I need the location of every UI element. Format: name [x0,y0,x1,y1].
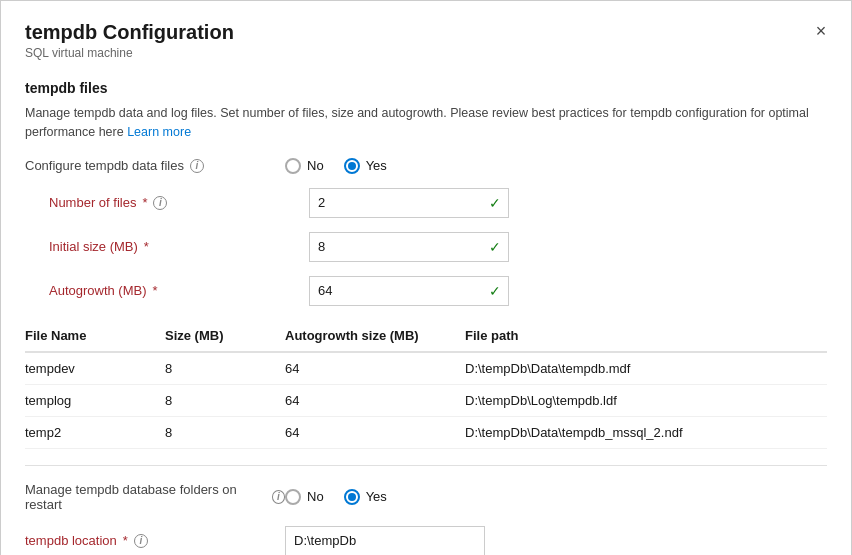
manage-yes-radio[interactable] [344,489,360,505]
dialog-subtitle: SQL virtual machine [25,46,827,60]
section-divider [25,465,827,466]
files-table: File Name Size (MB) Autogrowth size (MB)… [25,322,827,449]
cell-filename: temp2 [25,416,165,448]
configure-yes-option[interactable]: Yes [344,158,387,174]
table-header-row: File Name Size (MB) Autogrowth size (MB)… [25,322,827,352]
initial-size-row: Initial size (MB) * ✓ [49,232,827,262]
files-table-section: File Name Size (MB) Autogrowth size (MB)… [25,322,827,449]
number-of-files-row: Number of files * i ✓ [49,188,827,218]
learn-more-link[interactable]: Learn more [127,125,191,139]
initial-size-check-icon: ✓ [489,239,501,255]
configure-data-files-row: Configure tempdb data files i No Yes [25,158,827,174]
indented-fields: Number of files * i ✓ Initial size (MB) … [25,188,827,306]
number-of-files-input[interactable] [309,188,509,218]
number-of-files-label: Number of files * i [49,195,309,210]
initial-size-label: Initial size (MB) * [49,239,309,254]
cell-size: 8 [165,416,285,448]
section-description: Manage tempdb data and log files. Set nu… [25,104,827,142]
dialog-title: tempdb Configuration [25,21,827,44]
cell-size: 8 [165,352,285,385]
configure-data-files-label: Configure tempdb data files i [25,158,285,173]
configure-data-files-info-icon[interactable]: i [190,159,204,173]
manage-folders-info-icon[interactable]: i [272,490,285,504]
cell-autogrowth: 64 [285,384,465,416]
tempdb-location-info-icon[interactable]: i [134,534,148,548]
number-of-files-input-wrapper: ✓ [309,188,509,218]
col-header-filename: File Name [25,322,165,352]
number-of-files-info-icon[interactable]: i [153,196,167,210]
col-header-autogrowth: Autogrowth size (MB) [285,322,465,352]
manage-no-radio[interactable] [285,489,301,505]
cell-autogrowth: 64 [285,416,465,448]
cell-filepath: D:\tempDb\Log\tempdb.ldf [465,384,827,416]
tempdb-location-label: tempdb location * i [25,533,285,548]
table-row: temp2 8 64 D:\tempDb\Data\tempdb_mssql_2… [25,416,827,448]
configure-yes-radio[interactable] [344,158,360,174]
dialog-header: tempdb Configuration SQL virtual machine [1,1,851,68]
cell-filepath: D:\tempDb\Data\tempdb_mssql_2.ndf [465,416,827,448]
tempdb-location-row: tempdb location * i [25,526,827,556]
dialog-body: tempdb files Manage tempdb data and log … [1,68,851,555]
close-button[interactable]: × [807,17,835,45]
tempdb-config-dialog: tempdb Configuration SQL virtual machine… [0,0,852,555]
col-header-filepath: File path [465,322,827,352]
autogrowth-label: Autogrowth (MB) * [49,283,309,298]
cell-filepath: D:\tempDb\Data\tempdb.mdf [465,352,827,385]
cell-size: 8 [165,384,285,416]
manage-folders-label: Manage tempdb database folders on restar… [25,482,285,512]
autogrowth-row: Autogrowth (MB) * ✓ [49,276,827,306]
autogrowth-input-wrapper: ✓ [309,276,509,306]
col-header-size: Size (MB) [165,322,285,352]
cell-autogrowth: 64 [285,352,465,385]
cell-filename: templog [25,384,165,416]
tempdb-location-input[interactable] [285,526,485,556]
configure-data-files-radio-group: No Yes [285,158,387,174]
manage-folders-radio-group: No Yes [285,489,387,505]
initial-size-input-wrapper: ✓ [309,232,509,262]
configure-no-option[interactable]: No [285,158,324,174]
table-row: tempdev 8 64 D:\tempDb\Data\tempdb.mdf [25,352,827,385]
configure-no-radio[interactable] [285,158,301,174]
cell-filename: tempdev [25,352,165,385]
initial-size-input[interactable] [309,232,509,262]
manage-no-option[interactable]: No [285,489,324,505]
number-of-files-check-icon: ✓ [489,195,501,211]
table-row: templog 8 64 D:\tempDb\Log\tempdb.ldf [25,384,827,416]
autogrowth-check-icon: ✓ [489,283,501,299]
manage-folders-row: Manage tempdb database folders on restar… [25,482,827,512]
files-table-body: tempdev 8 64 D:\tempDb\Data\tempdb.mdf t… [25,352,827,449]
manage-yes-option[interactable]: Yes [344,489,387,505]
section-title: tempdb files [25,80,827,96]
autogrowth-input[interactable] [309,276,509,306]
